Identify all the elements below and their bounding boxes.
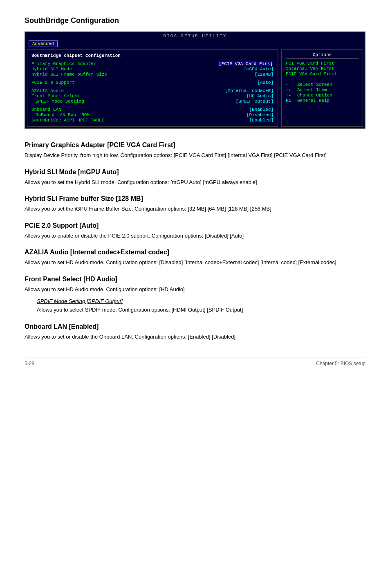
footer-chapter: Chapter 5: BIOS setup xyxy=(316,361,365,366)
bios-key-sym-f1: F1 xyxy=(286,98,297,103)
footer-page-number: 5-28 xyxy=(25,361,34,366)
bios-label-onboard-lan: Onboard LAN xyxy=(31,107,61,112)
bios-left-panel: SouthBridge chipset Configuration Primar… xyxy=(27,49,278,127)
bios-options-title: Options xyxy=(286,52,359,58)
subsection-spdif: SPDIF Mode Setting [SPDIF Output] Allows… xyxy=(25,298,365,314)
body-azalia-audio: Allows you to set HD Audio mode. Configu… xyxy=(25,258,365,267)
bios-key-select-screen: ↔ Select Screen xyxy=(286,82,359,87)
bios-value-onboard-lan-boot: [Disabled] xyxy=(247,112,273,117)
body-onboard-lan: Allows you to set or disable the Onboard… xyxy=(25,333,365,341)
bios-row-onboard-lan: Onboard LAN [Enabled] xyxy=(31,107,273,112)
body-front-panel: Allows you to set HD Audio mode. Configu… xyxy=(25,285,365,294)
bios-header: BIOS SETUP UTILITY xyxy=(25,32,365,40)
bios-value-southbridge-acpi: [Enabled] xyxy=(249,118,273,123)
bios-row-southbridge-acpi: SouthBridge ACPI HPET TABLE [Enabled] xyxy=(31,118,273,123)
bios-key-sym-updown: ↑↓ xyxy=(286,88,297,92)
section-hybrid-sli-mode: Hybrid SLI Mode [mGPU Auto] Allows you t… xyxy=(25,168,365,186)
sub-heading-spdif: SPDIF Mode Setting [SPDIF Output] xyxy=(37,298,365,304)
bios-key-general-help: F1 General Help xyxy=(286,98,359,103)
bios-tab-advanced: Advanced xyxy=(29,40,58,47)
bios-label-spdif: SPDIF Mode Setting xyxy=(31,99,84,104)
bios-label-southbridge-acpi: SouthBridge ACPI HPET TABLE xyxy=(31,118,104,123)
bios-row-pcie-support: PCIE 2.0 Support [Auto] xyxy=(31,80,273,85)
heading-hybrid-sli-frame: Hybrid SLI Frame buffer Size [128 MB] xyxy=(25,195,365,202)
bios-body: SouthBridge chipset Configuration Primar… xyxy=(25,48,365,128)
bios-row-azalia: AZALIA Audio [Internal codec+E] xyxy=(31,88,273,93)
section-pcie-support: PCIE 2.0 Support [Auto] Allows you to en… xyxy=(25,222,365,240)
bios-option-pcie-vga: PCIE VGA Card First xyxy=(286,72,359,76)
section-hybrid-sli-frame: Hybrid SLI Frame buffer Size [128 MB] Al… xyxy=(25,195,365,213)
bios-value-onboard-lan: [Enabled] xyxy=(249,107,273,112)
bios-screenshot: BIOS SETUP UTILITY Advanced SouthBridge … xyxy=(25,31,365,129)
heading-azalia-audio: AZALIA Audio [Internal codec+External co… xyxy=(25,249,365,256)
bios-row-hybrid-sli-mode: Hybrid SLI Mode [mGPU Auto] xyxy=(31,67,273,72)
bios-key-sym-arrows: ↔ xyxy=(286,82,297,87)
bios-key-desc-select-screen: Select Screen xyxy=(297,82,332,87)
bios-key-desc-general-help: General Help xyxy=(297,98,329,103)
section-azalia-audio: AZALIA Audio [Internal codec+External co… xyxy=(25,249,365,267)
section-onboard-lan: Onboard LAN [Enabled] Allows you to set … xyxy=(25,323,365,341)
bios-option-internal-vga: Internal VGA First xyxy=(286,66,359,71)
bios-key-change-option: +- Change Option xyxy=(286,93,359,98)
body-hybrid-sli-mode: Allows you to set the Hybrid SLI mode. C… xyxy=(25,178,365,186)
bios-value-spdif: [SPDIF Output] xyxy=(236,99,273,104)
bios-key-select-item: ↑↓ Select Item xyxy=(286,88,359,92)
bios-row-hybrid-sli-frame: Hybrid SLI Frame buffer Size [128MB] xyxy=(31,72,273,77)
bios-label-front-panel: Front Panel Select xyxy=(31,94,80,99)
bios-option-pci-vga: PCI VGA Card First xyxy=(286,61,359,66)
section-primary-graphics: Primary Graphics Adapter [PCIE VGA Card … xyxy=(25,141,365,159)
heading-pcie-support: PCIE 2.0 Support [Auto] xyxy=(25,222,365,229)
section-front-panel: Front Panel Select [HD Audio] Allows you… xyxy=(25,276,365,314)
bios-value-pcie-support: [Auto] xyxy=(257,80,273,85)
bios-value-azalia: [Internal codec+E] xyxy=(225,88,273,93)
bios-value-hybrid-sli-mode: [mGPU Auto] xyxy=(244,67,273,72)
bios-label-azalia: AZALIA Audio xyxy=(31,88,64,93)
bios-label-pcie-support: PCIE 2.0 Support xyxy=(31,80,75,85)
heading-front-panel: Front Panel Select [HD Audio] xyxy=(25,276,365,283)
bios-key-desc-select-item: Select Item xyxy=(297,88,327,92)
bios-row-spdif: SPDIF Mode Setting [SPDIF Output] xyxy=(31,99,273,104)
body-primary-graphics: Display Device Priority, from high to lo… xyxy=(25,151,365,159)
bios-value-front-panel: [HD Audio] xyxy=(247,94,273,99)
footer: 5-28 Chapter 5: BIOS setup xyxy=(25,357,365,366)
bios-section-title: SouthBridge chipset Configuration xyxy=(31,53,273,58)
bios-keys: ↔ Select Screen ↑↓ Select Item +- Change… xyxy=(286,80,359,103)
bios-row-front-panel: Front Panel Select [HD Audio] xyxy=(31,94,273,99)
bios-value-primary-graphics: [PCIE VGA Card Firs] xyxy=(218,61,273,66)
body-pcie-support: Allows you to enable or disable the PCIE… xyxy=(25,232,365,240)
bios-key-desc-change-option: Change Option xyxy=(297,93,332,98)
bios-row-primary-graphics: Primary Graphics Adapter [PCIE VGA Card … xyxy=(31,61,273,66)
heading-hybrid-sli-mode: Hybrid SLI Mode [mGPU Auto] xyxy=(25,168,365,176)
page-title: SouthBridge Configuration xyxy=(25,16,365,25)
bios-label-onboard-lan-boot: OnBoard LAN Boot ROM xyxy=(31,112,90,117)
bios-tab-bar: Advanced xyxy=(25,40,365,48)
bios-key-sym-plusminus: +- xyxy=(286,93,297,98)
bios-label-hybrid-sli-frame: Hybrid SLI Frame buffer Size xyxy=(31,72,107,77)
bios-right-panel: Options PCI VGA Card First Internal VGA … xyxy=(281,49,363,127)
bios-label-primary-graphics: Primary Graphics Adapter xyxy=(31,61,96,66)
sub-body-spdif: Allows you to select SPDIF mode. Configu… xyxy=(37,306,365,314)
heading-primary-graphics: Primary Graphics Adapter [PCIE VGA Card … xyxy=(25,141,365,149)
bios-row-onboard-lan-boot: OnBoard LAN Boot ROM [Disabled] xyxy=(31,112,273,117)
heading-onboard-lan: Onboard LAN [Enabled] xyxy=(25,323,365,330)
bios-value-hybrid-sli-frame: [128MB] xyxy=(255,72,273,77)
body-hybrid-sli-frame: Allows you to set the iGPU Frame Buffer … xyxy=(25,205,365,213)
bios-label-hybrid-sli-mode: Hybrid SLI Mode xyxy=(31,67,72,72)
